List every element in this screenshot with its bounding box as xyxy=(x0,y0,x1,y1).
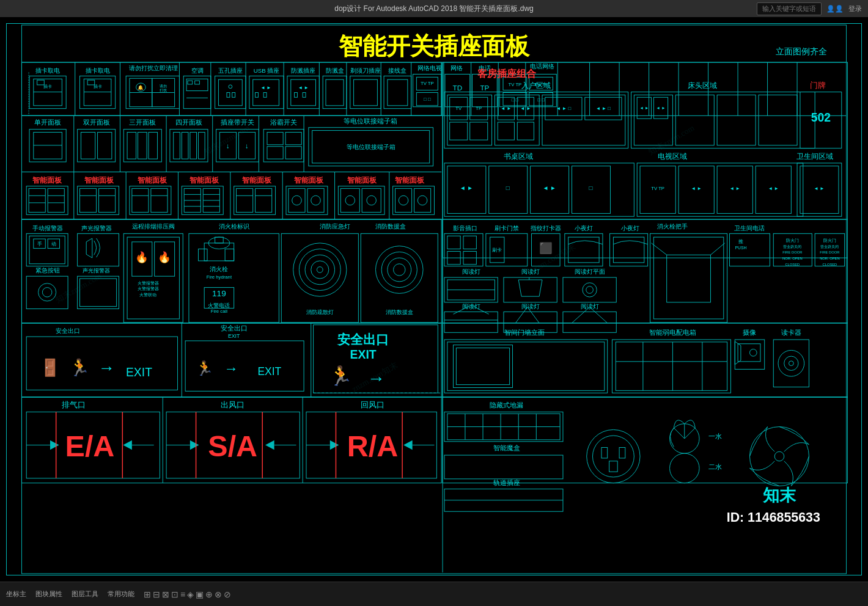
svg-text:智能弱电配电箱: 智能弱电配电箱 xyxy=(649,329,696,336)
svg-rect-288 xyxy=(78,233,119,266)
svg-marker-461 xyxy=(403,440,413,450)
svg-rect-141 xyxy=(263,130,304,162)
svg-rect-390 xyxy=(563,312,616,332)
svg-text:⬛: ⬛ xyxy=(539,241,553,255)
svg-rect-171 xyxy=(99,189,116,213)
toolbar-icon-8: ⊕ xyxy=(205,590,213,599)
svg-rect-294 xyxy=(123,233,183,322)
svg-marker-289 xyxy=(86,238,92,258)
svg-text:消防数援盒: 消防数援盒 xyxy=(375,223,406,230)
svg-text:TD: TD xyxy=(453,84,463,92)
svg-rect-334 xyxy=(447,236,460,249)
svg-rect-352 xyxy=(650,233,727,322)
svg-text:🏃: 🏃 xyxy=(196,360,214,377)
svg-rect-193 xyxy=(256,189,272,213)
svg-rect-116 xyxy=(78,130,116,162)
svg-rect-131 xyxy=(198,132,205,159)
svg-rect-482 xyxy=(601,447,608,458)
svg-text:znzm.com知末: znzm.com知末 xyxy=(528,242,577,276)
svg-text:智能面板: 智能面板 xyxy=(347,176,377,184)
svg-rect-144 xyxy=(267,147,283,159)
svg-text:手: 手 xyxy=(37,241,42,247)
svg-rect-127 xyxy=(170,130,208,162)
search-box[interactable]: 输入关键字或短语 xyxy=(757,2,822,15)
svg-text:刷卡: 刷卡 xyxy=(492,247,502,253)
svg-text:消防应急灯: 消防应急灯 xyxy=(320,223,350,230)
svg-text:znzm.com知末: znzm.com知末 xyxy=(350,360,399,394)
svg-text:◄ ► □: ◄ ► □ xyxy=(596,106,611,111)
svg-text:客房插座组合: 客房插座组合 xyxy=(477,68,537,79)
svg-rect-484 xyxy=(609,461,618,472)
svg-rect-124 xyxy=(149,132,158,159)
svg-rect-57 xyxy=(303,93,306,98)
status-block-props[interactable]: 图块属性 xyxy=(35,590,62,599)
svg-text:PUSH: PUSH xyxy=(735,246,747,250)
svg-text:阅读灯: 阅读灯 xyxy=(581,303,599,310)
svg-point-382 xyxy=(583,283,597,297)
svg-text:浴霸开关: 浴霸开关 xyxy=(270,119,297,126)
svg-text:请勿: 请勿 xyxy=(160,84,167,88)
svg-text:等电位联接端子箱: 等电位联接端子箱 xyxy=(344,117,397,125)
svg-text:阅读灯: 阅读灯 xyxy=(521,303,540,310)
titlebar-right: 输入关键字或短语 👤👤 登录 xyxy=(757,2,862,15)
svg-point-321 xyxy=(305,255,334,284)
svg-point-322 xyxy=(311,261,329,279)
svg-point-328 xyxy=(388,258,411,282)
svg-text:□ □: □ □ xyxy=(537,97,545,103)
svg-rect-198 xyxy=(289,189,305,213)
svg-rect-68 xyxy=(384,76,411,108)
svg-text:EXIT: EXIT xyxy=(228,333,240,339)
svg-text:智能面板: 智能面板 xyxy=(394,176,425,184)
svg-line-488 xyxy=(674,428,684,438)
svg-text:声光报警器: 声光报警器 xyxy=(81,225,112,232)
svg-text:卫生间区域: 卫生间区域 xyxy=(796,152,833,160)
svg-rect-204 xyxy=(340,189,359,213)
svg-text:插卡取电: 插卡取电 xyxy=(35,67,60,74)
svg-text:指纹打卡器: 指纹打卡器 xyxy=(530,225,561,232)
svg-text:手动报警器: 手动报警器 xyxy=(32,225,63,232)
svg-text:五孔插座: 五孔插座 xyxy=(218,67,243,74)
svg-text:请勿打扰立即清理: 请勿打扰立即清理 xyxy=(129,65,178,71)
svg-rect-305 xyxy=(204,243,234,261)
svg-marker-452 xyxy=(265,440,274,450)
login-button[interactable]: 登录 xyxy=(848,4,862,13)
svg-rect-431 xyxy=(773,340,809,387)
svg-text:防溅插座: 防溅插座 xyxy=(291,67,315,74)
svg-rect-145 xyxy=(285,147,301,159)
svg-marker-443 xyxy=(123,440,132,450)
svg-point-201 xyxy=(311,195,321,205)
svg-text:智能面板: 智能面板 xyxy=(241,176,272,184)
svg-text:门牌: 门牌 xyxy=(810,81,826,90)
svg-rect-483 xyxy=(619,447,625,458)
svg-text:NOR. OPEN: NOR. OPEN xyxy=(782,257,803,260)
svg-rect-191 xyxy=(234,186,276,215)
svg-text:紧急按钮: 紧急按钮 xyxy=(35,267,60,274)
svg-text:↓: ↓ xyxy=(245,142,249,150)
svg-rect-230 xyxy=(498,122,514,140)
status-coordinates[interactable]: 坐标主 xyxy=(6,590,26,599)
svg-text:TP: TP xyxy=(480,84,489,92)
statusbar: 坐标主 图块属性 图层工具 常用功能 ⊞ ⊟ ⊠ ⊡ ≡ ◈ ▣ ⊕ ⊗ ⊘ xyxy=(0,582,868,606)
svg-text:动: 动 xyxy=(51,241,56,247)
svg-point-329 xyxy=(394,264,405,276)
svg-rect-117 xyxy=(81,132,95,159)
svg-text:EXIT: EXIT xyxy=(257,365,281,378)
status-common-functions[interactable]: 常用功能 xyxy=(108,590,134,599)
svg-rect-61 xyxy=(326,79,344,106)
svg-text:◄ ►: ◄ ► xyxy=(260,85,271,90)
svg-text:火警电话: 火警电话 xyxy=(208,302,230,308)
svg-rect-121 xyxy=(123,130,161,162)
svg-point-323 xyxy=(317,267,323,273)
svg-rect-162 xyxy=(29,189,45,213)
status-layer-tools[interactable]: 图层工具 xyxy=(72,590,98,599)
svg-text:FIRE DOOR: FIRE DOOR xyxy=(782,250,802,254)
svg-text:插座带开关: 插座带开关 xyxy=(221,119,254,126)
svg-text:入户区域: 入户区域 xyxy=(521,81,551,89)
svg-text:等电位联接端子箱: 等电位联接端子箱 xyxy=(347,144,395,150)
svg-text:R/A: R/A xyxy=(347,429,399,462)
svg-rect-118 xyxy=(98,132,112,159)
svg-point-213 xyxy=(417,195,427,205)
svg-text:◄ ►: ◄ ► xyxy=(460,184,473,191)
svg-rect-308 xyxy=(198,249,207,261)
svg-point-432 xyxy=(778,350,804,376)
